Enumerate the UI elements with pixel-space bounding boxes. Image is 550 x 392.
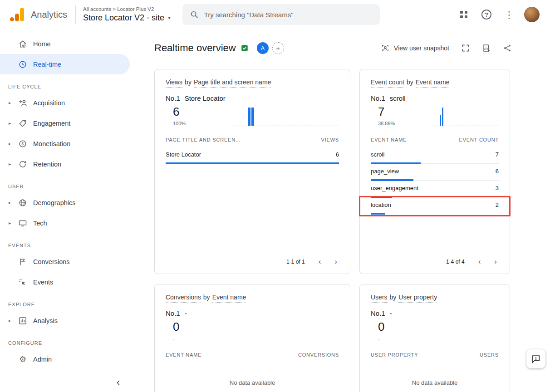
view-user-snapshot-button[interactable]: View user snapshot xyxy=(381,44,449,53)
sidebar-item-admin[interactable]: ⚙ Admin xyxy=(0,349,136,369)
column-header-metric: VIEWS xyxy=(321,137,339,142)
rank-label: No.1 xyxy=(166,94,180,102)
help-icon: ? xyxy=(481,10,491,20)
globe-icon xyxy=(18,198,28,208)
fullscreen-icon[interactable] xyxy=(461,44,470,53)
expand-arrow-icon[interactable]: ▸ xyxy=(7,121,12,126)
sidebar-item-label: Analysis xyxy=(33,317,58,324)
account-button[interactable] xyxy=(523,5,541,24)
google-apps-button[interactable] xyxy=(455,5,473,24)
top-item-row: No.1 Store Locator xyxy=(166,94,339,102)
table-row: user_engagement 3 xyxy=(371,181,499,197)
sidebar-item-label: Acquisition xyxy=(33,99,65,107)
feedback-button[interactable] xyxy=(526,349,545,368)
avatar xyxy=(524,7,540,22)
home-icon xyxy=(18,39,28,49)
card-views-by-page-title: Views by Page title and screen name No.1… xyxy=(154,69,350,274)
row-proportion-bar xyxy=(371,213,385,215)
sidebar-item-events[interactable]: Events xyxy=(0,272,136,292)
row-value: 7 xyxy=(496,151,499,158)
search-input[interactable] xyxy=(204,11,373,19)
dimension-link[interactable]: User property xyxy=(398,294,437,303)
sidebar-item-home[interactable]: Home xyxy=(0,34,136,54)
sidebar-section-explore: EXPLORE xyxy=(0,292,136,310)
sidebar-item-engagement[interactable]: ▸ Engagement xyxy=(0,113,136,133)
rank-value: - xyxy=(390,309,392,317)
sidebar-item-monetisation[interactable]: ▸ $ Monetisation xyxy=(0,133,136,154)
sidebar-item-label: Conversions xyxy=(33,258,70,265)
sidebar-item-retention[interactable]: ▸ Retention xyxy=(0,154,136,174)
pagination-next-icon[interactable]: › xyxy=(334,258,337,265)
search-icon xyxy=(190,10,199,19)
card-title-connector: by xyxy=(203,294,210,303)
metric-link[interactable]: Conversions xyxy=(166,294,201,303)
data-status-check-icon[interactable] xyxy=(241,44,249,52)
dimension-link[interactable]: Page title and screen name xyxy=(194,78,271,88)
breadcrumb[interactable]: All accounts > Locator Plus V2 xyxy=(83,6,171,12)
no-data-message: No data available xyxy=(166,379,339,386)
logo-dot xyxy=(10,17,14,21)
pagination-next-icon[interactable]: › xyxy=(494,258,497,265)
metric-value: 0 xyxy=(378,320,384,334)
acquisition-icon xyxy=(18,98,28,108)
comparison-chip[interactable]: A xyxy=(257,42,269,54)
dimension-link[interactable]: Event name xyxy=(416,78,450,88)
top-item-row: No.1 scroll xyxy=(371,94,499,102)
help-button[interactable]: ? xyxy=(477,5,496,24)
google-analytics-logo-icon[interactable] xyxy=(9,7,25,22)
search-bar[interactable] xyxy=(182,4,380,25)
sidebar-section-user: USER xyxy=(0,174,136,192)
share-icon[interactable] xyxy=(503,44,512,53)
expand-arrow-icon[interactable]: ▸ xyxy=(7,162,12,167)
expand-arrow-icon[interactable]: ▸ xyxy=(7,100,12,105)
sidebar-item-demographics[interactable]: ▸ Demographics xyxy=(0,192,136,213)
feedback-bubble-icon xyxy=(531,354,541,364)
dimension-link[interactable]: Event name xyxy=(212,294,246,303)
sidebar-item-label: Events xyxy=(33,279,53,286)
sidebar-item-tech[interactable]: ▸ Tech xyxy=(0,213,136,233)
metric-value: 6 xyxy=(173,105,186,119)
metric-link[interactable]: Views xyxy=(166,78,182,88)
column-header-dimension: EVENT NAME xyxy=(371,137,407,142)
sidebar-item-realtime[interactable]: Real-time xyxy=(0,54,130,74)
column-header-dimension: PAGE TITLE AND SCREEN... xyxy=(166,137,241,142)
logo-mid-bar xyxy=(15,14,19,21)
main-content: Realtime overview A + View user snapshot xyxy=(136,29,550,392)
sidebar-item-conversions[interactable]: Conversions xyxy=(0,251,136,272)
sidebar-item-label: Admin xyxy=(33,356,52,363)
sidebar-item-analysis[interactable]: ▸ Analysis xyxy=(0,310,136,331)
more-options-button[interactable]: ⋮ xyxy=(500,5,518,24)
expand-arrow-icon[interactable]: ▸ xyxy=(7,141,12,146)
add-comparison-button[interactable]: + xyxy=(272,42,284,54)
column-header-dimension: EVENT NAME xyxy=(166,352,201,358)
table-header: USER PROPERTY USERS xyxy=(371,352,499,362)
left-navigation: Home Real-time LIFE CYCLE ▸ Acquisition … xyxy=(0,29,136,392)
sidebar-collapse-button[interactable]: ‹ xyxy=(117,377,120,387)
metric-percent: - xyxy=(378,336,384,341)
rank-label: No.1 xyxy=(371,94,385,102)
pagination-prev-icon[interactable]: ‹ xyxy=(478,258,481,265)
metric-link[interactable]: Event count xyxy=(371,78,404,88)
sidebar-item-label: Monetisation xyxy=(33,140,70,147)
column-header-metric: CONVERSIONS xyxy=(298,352,339,358)
pagination-prev-icon[interactable]: ‹ xyxy=(319,258,321,265)
flag-icon xyxy=(18,257,28,267)
app-name: Analytics xyxy=(31,10,67,20)
metric-percent: 100% xyxy=(173,121,186,126)
pagination: 1-4 of 4 ‹ › xyxy=(371,252,499,268)
expand-arrow-icon[interactable]: ▸ xyxy=(7,318,12,323)
view-user-snapshot-label: View user snapshot xyxy=(394,44,449,52)
column-header-metric: EVENT COUNT xyxy=(459,137,499,142)
rank-value: scroll xyxy=(390,94,406,102)
table-row: Store Locator 6 xyxy=(166,147,339,164)
property-selector[interactable]: Store Locator V2 - site ▾ xyxy=(83,13,171,23)
insights-icon[interactable] xyxy=(482,44,491,53)
top-item-row: No.1 - xyxy=(166,309,339,317)
column-header-metric: USERS xyxy=(480,352,499,358)
expand-arrow-icon[interactable]: ▸ xyxy=(7,220,12,225)
expand-arrow-icon[interactable]: ▸ xyxy=(7,200,12,205)
metric-link[interactable]: Users xyxy=(371,294,388,303)
card-title: Conversions by Event name xyxy=(166,294,339,303)
sidebar-item-acquisition[interactable]: ▸ Acquisition xyxy=(0,93,136,113)
header-divider xyxy=(75,5,76,24)
